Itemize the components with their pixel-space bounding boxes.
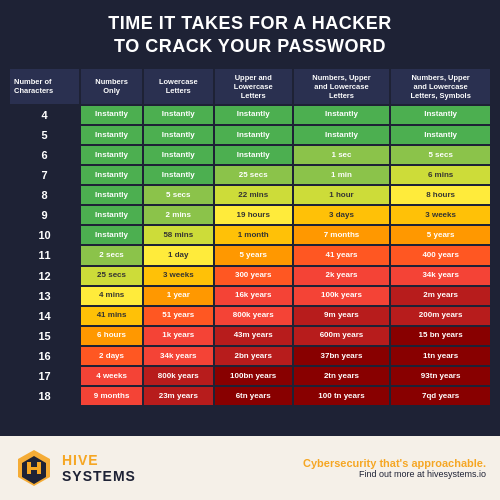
- char-count-cell: 12: [10, 267, 79, 285]
- char-count-cell: 13: [10, 287, 79, 305]
- main-container: TIME IT TAKES FOR A HACKER TO CRACK YOUR…: [0, 0, 500, 500]
- data-cell: 100k years: [294, 287, 390, 305]
- char-count-cell: 18: [10, 387, 79, 405]
- data-cell: 1 sec: [294, 146, 390, 164]
- data-cell: Instantly: [215, 106, 292, 124]
- data-cell: Instantly: [81, 106, 142, 124]
- col-header-upper-lower: Upper andLowercaseLetters: [215, 69, 292, 104]
- table-row: 162 days34k years2bn years37bn years1tn …: [10, 347, 490, 365]
- table-row: 9Instantly2 mins19 hours3 days3 weeks: [10, 206, 490, 224]
- char-count-cell: 14: [10, 307, 79, 325]
- data-cell: Instantly: [81, 226, 142, 244]
- data-cell: 2tn years: [294, 367, 390, 385]
- char-count-cell: 7: [10, 166, 79, 184]
- table-row: 1225 secs3 weeks300 years2k years34k yea…: [10, 267, 490, 285]
- col-header-lowercase: LowercaseLetters: [144, 69, 213, 104]
- data-cell: 8 hours: [391, 186, 490, 204]
- data-cell: 9 months: [81, 387, 142, 405]
- char-count-cell: 16: [10, 347, 79, 365]
- char-count-cell: 5: [10, 126, 79, 144]
- data-cell: 1 day: [144, 246, 213, 264]
- data-cell: Instantly: [81, 206, 142, 224]
- char-count-cell: 10: [10, 226, 79, 244]
- data-cell: 16k years: [215, 287, 292, 305]
- data-cell: 22 mins: [215, 186, 292, 204]
- data-cell: 19 hours: [215, 206, 292, 224]
- char-count-cell: 11: [10, 246, 79, 264]
- table-row: 7InstantlyInstantly25 secs1 min6 mins: [10, 166, 490, 184]
- table-row: 8Instantly5 secs22 mins1 hour8 hours: [10, 186, 490, 204]
- data-cell: 300 years: [215, 267, 292, 285]
- data-cell: 25 secs: [81, 267, 142, 285]
- data-cell: 2 mins: [144, 206, 213, 224]
- data-cell: 34k years: [144, 347, 213, 365]
- table-row: 4InstantlyInstantlyInstantlyInstantlyIns…: [10, 106, 490, 124]
- data-cell: 100 tn years: [294, 387, 390, 405]
- data-cell: 1tn years: [391, 347, 490, 365]
- tagline-text: Cybersecurity that's approachable.: [303, 457, 486, 469]
- data-cell: Instantly: [81, 166, 142, 184]
- logo-systems: SYSTEMS: [62, 468, 136, 484]
- data-cell: 5 secs: [144, 186, 213, 204]
- data-cell: 7qd years: [391, 387, 490, 405]
- data-cell: 58 mins: [144, 226, 213, 244]
- data-cell: 6 hours: [81, 327, 142, 345]
- table-row: 134 mins1 year16k years100k years2m year…: [10, 287, 490, 305]
- data-cell: Instantly: [81, 126, 142, 144]
- title-section: TIME IT TAKES FOR A HACKER TO CRACK YOUR…: [0, 0, 500, 67]
- find-out-text: Find out more at hivesystems.io: [303, 469, 486, 479]
- data-cell: 7 months: [294, 226, 390, 244]
- data-cell: Instantly: [391, 106, 490, 124]
- table-row: 112 secs1 day5 years41 years400 years: [10, 246, 490, 264]
- footer-tagline: Cybersecurity that's approachable. Find …: [303, 457, 486, 479]
- data-cell: 100bn years: [215, 367, 292, 385]
- data-cell: 1 month: [215, 226, 292, 244]
- char-count-cell: 15: [10, 327, 79, 345]
- data-cell: Instantly: [294, 106, 390, 124]
- data-cell: 1k years: [144, 327, 213, 345]
- table-row: 174 weeks800k years100bn years2tn years9…: [10, 367, 490, 385]
- data-cell: Instantly: [144, 106, 213, 124]
- data-cell: 3 days: [294, 206, 390, 224]
- data-cell: 3 weeks: [391, 206, 490, 224]
- logo-text: HIVE SYSTEMS: [62, 452, 136, 484]
- data-cell: 600m years: [294, 327, 390, 345]
- col-header-num-upper-lower: Numbers, Upperand LowercaseLetters: [294, 69, 390, 104]
- col-header-num-upper-lower-sym: Numbers, Upperand LowercaseLetters, Symb…: [391, 69, 490, 104]
- data-cell: 41 years: [294, 246, 390, 264]
- data-cell: 1 year: [144, 287, 213, 305]
- char-count-cell: 6: [10, 146, 79, 164]
- data-cell: 9m years: [294, 307, 390, 325]
- data-cell: 6 mins: [391, 166, 490, 184]
- main-title: TIME IT TAKES FOR A HACKER TO CRACK YOUR…: [10, 12, 490, 59]
- data-cell: 51 years: [144, 307, 213, 325]
- table-row: 5InstantlyInstantlyInstantlyInstantlyIns…: [10, 126, 490, 144]
- data-cell: 2 secs: [81, 246, 142, 264]
- data-cell: 2 days: [81, 347, 142, 365]
- data-cell: Instantly: [144, 126, 213, 144]
- data-cell: 43m years: [215, 327, 292, 345]
- col-header-chars: Number ofCharacters: [10, 69, 79, 104]
- col-header-numbers: NumbersOnly: [81, 69, 142, 104]
- data-cell: Instantly: [144, 166, 213, 184]
- svg-rect-4: [27, 467, 41, 470]
- password-table: Number ofCharacters NumbersOnly Lowercas…: [8, 67, 492, 407]
- data-cell: 400 years: [391, 246, 490, 264]
- data-cell: 93tn years: [391, 367, 490, 385]
- data-cell: 5 years: [391, 226, 490, 244]
- char-count-cell: 17: [10, 367, 79, 385]
- data-cell: 4 mins: [81, 287, 142, 305]
- data-cell: 200m years: [391, 307, 490, 325]
- data-cell: 5 years: [215, 246, 292, 264]
- data-cell: 2bn years: [215, 347, 292, 365]
- data-cell: 25 secs: [215, 166, 292, 184]
- table-row: 1441 mins51 years800k years9m years200m …: [10, 307, 490, 325]
- data-cell: Instantly: [391, 126, 490, 144]
- data-cell: 5 secs: [391, 146, 490, 164]
- table-row: 10Instantly58 mins1 month7 months5 years: [10, 226, 490, 244]
- logo-hive: HIVE: [62, 452, 136, 468]
- data-cell: Instantly: [81, 146, 142, 164]
- data-cell: 34k years: [391, 267, 490, 285]
- data-cell: Instantly: [144, 146, 213, 164]
- data-cell: 6tn years: [215, 387, 292, 405]
